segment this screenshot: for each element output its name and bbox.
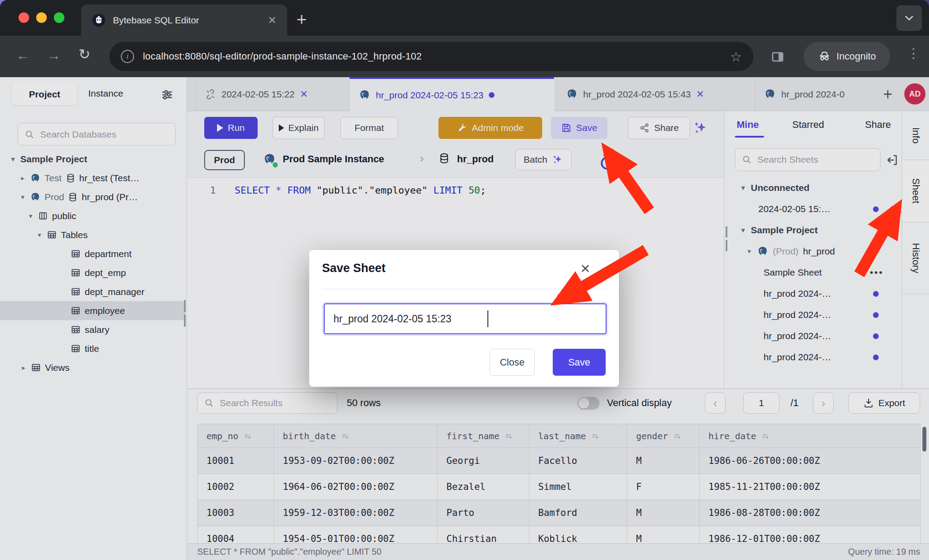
- worksheet-tab-3[interactable]: hr_prod 2024-02-05 15:43 ✕: [557, 77, 752, 111]
- cell[interactable]: Parto: [438, 500, 529, 526]
- reload-button[interactable]: ↻: [79, 47, 90, 61]
- browser-tab[interactable]: Bytebase SQL Editor ✕: [81, 4, 287, 36]
- column-header[interactable]: first_name: [438, 424, 529, 448]
- site-info-icon[interactable]: i: [121, 50, 134, 63]
- address-bar[interactable]: i localhost:8080/sql-editor/prod-sample-…: [109, 42, 753, 71]
- forward-button[interactable]: →: [47, 48, 61, 62]
- sheet-item[interactable]: hr_prod 2024-…: [724, 304, 902, 325]
- breadcrumb-database[interactable]: hr_prod: [457, 153, 494, 165]
- sheet-item[interactable]: 2024-02-05 15:…: [724, 198, 902, 220]
- share-button[interactable]: Share: [628, 117, 690, 139]
- save-button[interactable]: Save: [551, 117, 607, 139]
- cell[interactable]: Koblick: [529, 526, 627, 544]
- search-databases-input[interactable]: Search Databases: [18, 123, 176, 146]
- cell[interactable]: 10001: [198, 448, 274, 474]
- cell[interactable]: 10003: [198, 500, 274, 526]
- column-header[interactable]: gender: [627, 424, 700, 448]
- caret-down-icon[interactable]: ▾: [19, 193, 26, 201]
- window-minimize-button[interactable]: [36, 12, 47, 23]
- back-button[interactable]: ←: [16, 48, 30, 62]
- rail-tab-history[interactable]: History: [902, 222, 929, 294]
- sort-icon[interactable]: [761, 432, 770, 441]
- cell[interactable]: Georgi: [438, 448, 529, 474]
- run-button[interactable]: Run: [204, 117, 258, 139]
- tab-project[interactable]: Project: [12, 83, 77, 105]
- explain-button[interactable]: Explain: [273, 117, 325, 139]
- sort-icon[interactable]: [341, 432, 350, 441]
- column-header[interactable]: emp_no: [198, 424, 274, 448]
- filter-sliders-icon[interactable]: [161, 88, 174, 101]
- tab-search-button[interactable]: [896, 5, 922, 31]
- breadcrumb-instance[interactable]: Prod Sample Instance: [283, 153, 384, 165]
- tab-instance[interactable]: Instance: [88, 88, 123, 99]
- column-header[interactable]: birth_date: [274, 424, 438, 448]
- cell[interactable]: 1964-06-02T00:00:00Z: [274, 474, 438, 500]
- caret-down-icon[interactable]: ▾: [746, 247, 753, 255]
- sidebar-resize-handle[interactable]: [184, 300, 186, 312]
- worksheet-tab-2-active[interactable]: hr_prod 2024-02-05 15:23: [349, 77, 554, 111]
- column-header[interactable]: last_name: [529, 424, 627, 448]
- new-worksheet-button[interactable]: +: [883, 85, 892, 104]
- tree-tables-group[interactable]: ▾ Tables: [0, 225, 186, 244]
- cell[interactable]: 1986-06-26T00:00:00Z: [700, 448, 921, 474]
- cell[interactable]: M: [627, 526, 700, 544]
- caret-down-icon[interactable]: ▾: [10, 155, 16, 163]
- search-results-input[interactable]: Search Results: [197, 392, 337, 414]
- admin-mode-button[interactable]: Admin mode: [438, 117, 542, 139]
- tree-table-dept-manager[interactable]: dept_manager: [0, 282, 186, 301]
- caret-right-icon[interactable]: ▸: [19, 174, 26, 182]
- search-sheets-input[interactable]: Search Sheets: [735, 148, 880, 171]
- sheet-group-sample-project[interactable]: ▾Sample Project: [724, 220, 902, 241]
- cell[interactable]: 10004: [198, 526, 274, 544]
- sort-icon[interactable]: [591, 432, 600, 441]
- format-button[interactable]: Format: [341, 117, 398, 139]
- cell[interactable]: 1986-12-01T00:00:00Z: [700, 526, 921, 544]
- batch-mode-button[interactable]: Batch: [515, 149, 572, 170]
- worksheet-tab-4[interactable]: hr_prod 2024-0: [755, 77, 874, 111]
- page-number-input[interactable]: 1: [743, 392, 779, 414]
- tree-table-title[interactable]: title: [0, 339, 186, 358]
- cell[interactable]: Facello: [529, 448, 627, 474]
- table-row[interactable]: 100021964-06-02T00:00:00ZBezalelSimmelF1…: [198, 474, 921, 500]
- side-panel-icon[interactable]: [771, 50, 785, 64]
- caret-down-icon[interactable]: ▾: [740, 184, 746, 192]
- bookmark-star-icon[interactable]: ☆: [730, 49, 742, 64]
- cell[interactable]: Bezalel: [438, 474, 529, 500]
- browser-tab-close-icon[interactable]: ✕: [268, 14, 277, 26]
- column-header[interactable]: hire_date: [700, 424, 921, 448]
- table-row[interactable]: 100011953-09-02T00:00:00ZGeorgiFacelloM1…: [198, 448, 921, 474]
- export-button[interactable]: Export: [848, 392, 920, 414]
- sort-icon[interactable]: [673, 432, 682, 441]
- cell[interactable]: 1953-09-02T00:00:00Z: [274, 448, 438, 474]
- sidebar-resize-handle[interactable]: [184, 314, 186, 327]
- tree-table-department[interactable]: department: [0, 244, 186, 263]
- cell[interactable]: Simmel: [529, 474, 627, 500]
- tree-table-employee-selected[interactable]: employee: [0, 301, 186, 320]
- cell[interactable]: M: [627, 448, 700, 474]
- sheets-tab-starred[interactable]: Starred: [792, 119, 824, 131]
- cell[interactable]: M: [627, 500, 700, 526]
- tree-views-group[interactable]: ▸ Views: [0, 358, 186, 377]
- cell[interactable]: 1959-12-03T00:00:00Z: [274, 500, 438, 526]
- sheets-tab-share[interactable]: Share: [865, 119, 891, 131]
- sort-icon[interactable]: [505, 432, 513, 441]
- cell[interactable]: 10002: [198, 474, 274, 500]
- table-row[interactable]: 100031959-12-03T00:00:00ZPartoBamfordM19…: [198, 500, 921, 526]
- caret-down-icon[interactable]: ▾: [27, 212, 34, 220]
- ai-sparkle-icon[interactable]: [693, 120, 708, 136]
- caret-right-icon[interactable]: ▸: [20, 364, 27, 372]
- sheet-item[interactable]: Sample Sheet •••: [724, 262, 902, 283]
- sheet-group-unconnected[interactable]: ▾Unconnected: [724, 177, 902, 198]
- cell[interactable]: Bamford: [529, 500, 627, 526]
- sheet-group-db[interactable]: ▾ (Prod) hr_prod: [724, 241, 902, 262]
- vertical-display-toggle[interactable]: [577, 397, 599, 410]
- sort-icon[interactable]: [243, 432, 252, 441]
- caret-down-icon[interactable]: ▾: [36, 231, 43, 239]
- environment-chip[interactable]: Prod: [204, 150, 245, 170]
- panel-resize-handle[interactable]: [726, 226, 727, 238]
- rail-tab-sheet-active[interactable]: Sheet: [902, 160, 929, 222]
- next-page-button[interactable]: ›: [813, 392, 834, 414]
- new-tab-button[interactable]: +: [296, 10, 307, 30]
- sheet-item[interactable]: hr_prod 2024-…: [724, 325, 902, 347]
- browser-menu-icon[interactable]: ⋮: [907, 45, 920, 61]
